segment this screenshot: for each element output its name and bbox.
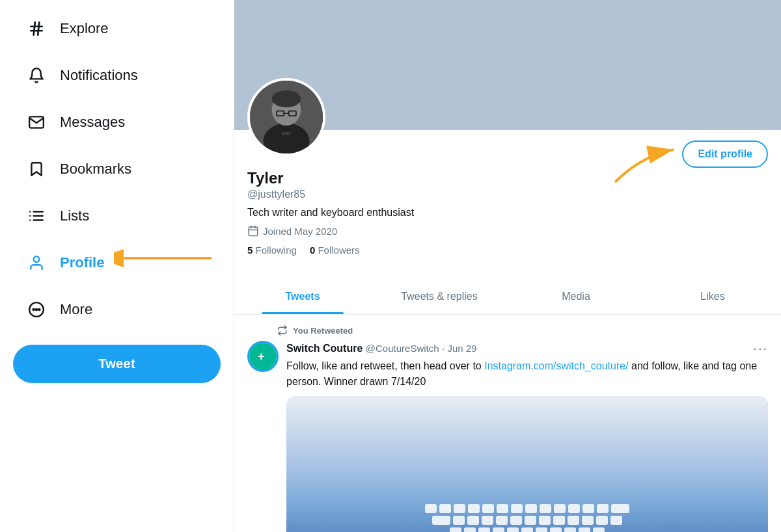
key xyxy=(568,516,579,525)
key xyxy=(610,516,622,525)
key xyxy=(493,527,504,532)
key xyxy=(453,516,465,525)
svg-point-19 xyxy=(272,90,301,107)
retweet-icon xyxy=(277,325,288,336)
joined-text: Joined May 2020 xyxy=(263,226,337,237)
sidebar-item-label-notifications: Notifications xyxy=(60,67,138,84)
key xyxy=(511,504,523,513)
tab-tweets-replies[interactable]: Tweets & replies xyxy=(371,279,508,314)
key xyxy=(432,516,450,525)
tab-tweets[interactable]: Tweets xyxy=(234,279,371,314)
key xyxy=(540,504,551,513)
retweet-text: You Retweeted xyxy=(293,326,353,336)
profile-name: Tyler xyxy=(247,169,768,187)
key xyxy=(593,527,605,532)
avatar: EMC xyxy=(247,78,325,156)
keyboard-row-3 xyxy=(450,527,605,532)
sidebar-item-lists[interactable]: Lists xyxy=(13,194,221,238)
key xyxy=(468,504,480,513)
tweet-body: + Switch Couture @CoutureSwitch · Jun 29… xyxy=(247,341,768,532)
profile-joined: Joined May 2020 xyxy=(247,225,768,237)
key xyxy=(564,527,576,532)
sidebar-item-label-messages: Messages xyxy=(60,114,125,131)
keyboard-row-1 xyxy=(425,504,629,513)
key xyxy=(425,504,437,513)
key xyxy=(611,504,629,513)
sidebar-item-messages[interactable]: Messages xyxy=(13,100,221,144)
main-content: EMC Edit profile Tyler @justtyler85 xyxy=(234,0,781,532)
svg-point-13 xyxy=(33,309,34,310)
arrow-to-profile xyxy=(114,242,218,274)
bell-icon xyxy=(23,62,49,88)
key xyxy=(497,504,508,513)
user-icon xyxy=(23,250,49,276)
avatar-image: EMC xyxy=(250,81,323,153)
profile-stats: 5 Following 0 Followers xyxy=(247,245,768,256)
key xyxy=(439,504,451,513)
sidebar-item-label-more: More xyxy=(60,301,92,318)
sidebar-item-label-profile: Profile xyxy=(60,254,104,271)
followers-stat: 0 Followers xyxy=(310,245,360,256)
keyboard-image xyxy=(286,396,768,532)
sc-avatar-inner: + xyxy=(249,343,277,370)
profile-bio: Tech writer and keyboard enthusiast xyxy=(247,207,768,219)
svg-line-2 xyxy=(34,22,35,35)
sidebar-item-profile[interactable]: Profile xyxy=(13,241,221,285)
tab-likes[interactable]: Likes xyxy=(644,279,781,314)
tweet-image xyxy=(286,396,768,532)
followers-count: 0 xyxy=(310,245,315,256)
key xyxy=(454,504,465,513)
sidebar-item-notifications[interactable]: Notifications xyxy=(13,53,221,98)
key xyxy=(597,504,609,513)
tweet-link[interactable]: Instagram.com/switch_couture/ xyxy=(484,360,628,371)
key xyxy=(596,516,608,525)
following-label: Following xyxy=(256,245,297,256)
key xyxy=(482,504,494,513)
tweet-content: Switch Couture @CoutureSwitch · Jun 29 ·… xyxy=(286,341,768,532)
tweet-author-avatar: + xyxy=(247,341,279,372)
tweet-item: You Retweeted + Switch Couture xyxy=(234,315,781,532)
tweet-text: Follow, like and retweet, then head over… xyxy=(286,358,768,390)
key xyxy=(521,527,533,532)
edit-profile-button[interactable]: Edit profile xyxy=(682,140,768,168)
more-circle-icon xyxy=(23,297,49,323)
profile-tabs: Tweets Tweets & replies Media Likes xyxy=(234,279,781,315)
svg-point-14 xyxy=(36,309,37,310)
author-name: Switch Couture xyxy=(286,343,363,354)
sidebar: Explore Notifications Messages Bookmarks xyxy=(0,0,234,532)
tab-media[interactable]: Media xyxy=(508,279,644,314)
sidebar-item-label-explore: Explore xyxy=(60,20,109,37)
author-handle-text: @CoutureSwitch xyxy=(366,343,439,354)
key xyxy=(507,527,519,532)
list-icon xyxy=(23,203,49,229)
sidebar-item-explore[interactable]: Explore xyxy=(13,7,221,51)
calendar-icon xyxy=(247,225,259,237)
tweet-button[interactable]: Tweet xyxy=(13,345,221,383)
svg-point-15 xyxy=(38,309,40,310)
sidebar-item-bookmarks[interactable]: Bookmarks xyxy=(13,147,221,191)
svg-text:+: + xyxy=(258,350,265,363)
key xyxy=(550,527,562,532)
key xyxy=(553,516,565,525)
key xyxy=(450,527,461,532)
sidebar-item-more[interactable]: More xyxy=(13,287,221,332)
svg-point-10 xyxy=(34,256,40,262)
svg-text:EMC: EMC xyxy=(282,131,292,136)
tweet-date-text: Jun 29 xyxy=(447,343,476,354)
svg-rect-25 xyxy=(249,227,258,236)
following-stat: 5 Following xyxy=(247,245,297,256)
profile-header: EMC Edit profile Tyler @justtyler85 xyxy=(234,130,781,274)
svg-line-3 xyxy=(38,22,39,35)
retweet-label: You Retweeted xyxy=(247,325,768,336)
key xyxy=(539,516,551,525)
key xyxy=(568,504,580,513)
key xyxy=(482,516,493,525)
profile-header-container: EMC Edit profile Tyler @justtyler85 xyxy=(234,130,781,274)
key xyxy=(554,504,566,513)
key xyxy=(467,516,479,525)
tweet-more-button[interactable]: ··· xyxy=(753,341,768,356)
envelope-icon xyxy=(23,109,49,135)
followers-label: Followers xyxy=(318,245,359,256)
key xyxy=(536,527,547,532)
keyboard-row-2 xyxy=(432,516,622,525)
